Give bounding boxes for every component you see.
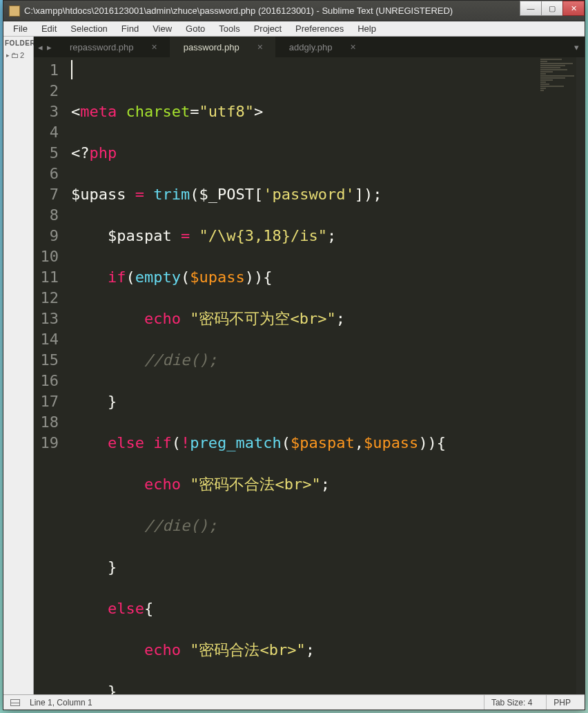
folder-icon: 🗀 (11, 51, 19, 59)
menu-find[interactable]: Find (115, 22, 146, 35)
close-icon[interactable]: × (152, 41, 157, 52)
chevron-right-icon: ▸ (6, 52, 10, 59)
menu-view[interactable]: View (146, 22, 179, 35)
window-title: C:\xampp\htdocs\2016123001\admin\zhuce\p… (24, 6, 520, 16)
statusbar: Line 1, Column 1 Tab Size: 4 PHP (3, 694, 585, 710)
menu-edit[interactable]: Edit (35, 22, 63, 35)
menu-goto[interactable]: Goto (179, 22, 212, 35)
menu-file[interactable]: File (6, 22, 35, 35)
tab-addgly[interactable]: addgly.php × (275, 37, 369, 57)
sidebar-item-label: 2 (20, 51, 24, 59)
menu-selection[interactable]: Selection (63, 22, 114, 35)
text-cursor (71, 60, 72, 79)
app-window: C:\xampp\htdocs\2016123001\admin\zhuce\p… (3, 0, 585, 710)
tab-label: addgly.php (289, 42, 333, 52)
cursor-position[interactable]: Line 1, Column 1 (30, 698, 92, 707)
chevron-left-icon[interactable]: ◂ (38, 42, 43, 52)
tab-repassword[interactable]: repassword.php × (56, 37, 170, 57)
language-mode[interactable]: PHP (546, 695, 578, 710)
sidebar-folder-item[interactable]: ▸ 🗀 2 (3, 50, 33, 61)
close-icon[interactable]: × (257, 41, 263, 52)
tab-label: password.php (184, 42, 239, 52)
close-button[interactable]: ✕ (562, 1, 585, 16)
tabbar: ◂ ▸ repassword.php × password.php × addg… (34, 37, 585, 57)
menu-project[interactable]: Project (247, 22, 288, 35)
chevron-right-icon[interactable]: ▸ (47, 42, 52, 52)
tab-password[interactable]: password.php × (170, 37, 275, 57)
panel-icon[interactable] (10, 699, 20, 706)
menu-preferences[interactable]: Preferences (288, 22, 351, 35)
window-controls: — ▢ ✕ (520, 1, 585, 21)
sidebar[interactable]: FOLDER ▸ 🗀 2 (3, 37, 34, 694)
sidebar-header: FOLDER (3, 37, 33, 50)
tab-dropdown-icon[interactable]: ▾ (574, 37, 579, 57)
tab-label: repassword.php (70, 42, 134, 52)
menubar: File Edit Selection Find View Goto Tools… (3, 21, 585, 37)
maximize-button[interactable]: ▢ (541, 1, 563, 16)
minimap[interactable] (540, 59, 576, 92)
titlebar[interactable]: C:\xampp\htdocs\2016123001\admin\zhuce\p… (3, 1, 585, 21)
minimize-button[interactable]: — (520, 1, 542, 16)
tab-nav-arrows[interactable]: ◂ ▸ (34, 37, 56, 57)
tab-size[interactable]: Tab Size: 4 (484, 695, 539, 710)
editor-pane: ◂ ▸ repassword.php × password.php × addg… (34, 37, 585, 694)
vertical-scrollbar[interactable] (576, 57, 585, 694)
code-area[interactable]: 1 2 3 4 5 6 7 8 9 10 11 12 13 14 15 16 1 (34, 57, 585, 694)
app-icon (9, 6, 20, 17)
menu-help[interactable]: Help (351, 22, 383, 35)
line-number-gutter: 1 2 3 4 5 6 7 8 9 10 11 12 13 14 15 16 1 (34, 57, 67, 694)
menu-tools[interactable]: Tools (212, 22, 246, 35)
main-area: FOLDER ▸ 🗀 2 ◂ ▸ repassword.php × passwo… (3, 37, 585, 694)
code-content[interactable]: <meta charset="utf8"> <?php $upass = tri… (67, 57, 585, 694)
close-icon[interactable]: × (350, 41, 355, 52)
